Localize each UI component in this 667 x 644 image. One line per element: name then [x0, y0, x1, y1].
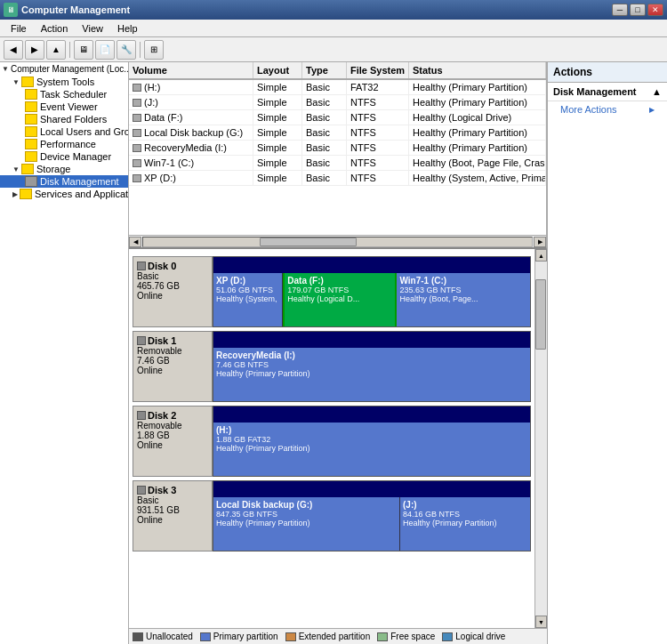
refresh-button[interactable]: 🔧: [117, 40, 136, 60]
tree-item-device-manager[interactable]: Device Manager: [0, 150, 128, 163]
tree-item-shared-folders[interactable]: Shared Folders: [0, 113, 128, 125]
cell-layout: Simple: [253, 171, 302, 185]
disk-1-parts: RecoveryMedia (I:) 7.46 GB NTFS Healthy …: [213, 348, 530, 401]
maximize-button[interactable]: □: [630, 4, 646, 16]
cell-layout: Simple: [253, 125, 302, 140]
disk-partition-j[interactable]: (J:) 84.16 GB NTFS Healthy (Primary Part…: [400, 497, 530, 551]
disk-partition-xp[interactable]: XP (D:) 51.06 GB NTFS Healthy (System,: [213, 273, 283, 326]
cell-layout: Simple: [253, 80, 302, 94]
menu-help[interactable]: Help: [110, 21, 145, 36]
vertical-scrollbar[interactable]: ▲ ▼: [534, 249, 547, 628]
disk-0-partitions: XP (D:) 51.06 GB NTFS Healthy (System, D…: [213, 256, 531, 327]
horizontal-scrollbar[interactable]: ◀ ▶: [129, 235, 546, 247]
table-row[interactable]: XP (D:) Simple Basic NTFS Healthy (Syste…: [129, 171, 546, 186]
scroll-up-arrow[interactable]: ▲: [535, 249, 547, 262]
disk-partition-data[interactable]: Data (F:) 179.07 GB NTFS Healthy (Logica…: [283, 273, 397, 326]
cell-fs: NTFS: [347, 141, 409, 155]
tree-item-disk-management[interactable]: Disk Management: [0, 175, 128, 188]
legend-unallocated-box: [133, 632, 143, 641]
table-row[interactable]: Win7-1 (C:) Simple Basic NTFS Healthy (B…: [129, 156, 546, 171]
storage-expand[interactable]: ▼: [12, 165, 20, 173]
v-scroll-thumb[interactable]: [535, 279, 546, 350]
table-row[interactable]: RecoveryMedia (I:) Simple Basic NTFS Hea…: [129, 141, 546, 156]
help-button[interactable]: ⊞: [144, 40, 164, 60]
cell-volume: Local Disk backup (G:): [129, 125, 253, 140]
toolbar-separator-2: [140, 42, 141, 58]
disk-0-bar: [213, 257, 530, 273]
cell-type: Basic: [302, 156, 347, 170]
cell-status: Healthy (Primary Partition): [409, 125, 546, 140]
properties-button[interactable]: 📄: [95, 40, 115, 60]
root-expand[interactable]: ▼: [2, 65, 9, 73]
disk-2-partitions: (H:) 1.88 GB FAT32 Healthy (Primary Part…: [213, 406, 531, 477]
col-filesystem[interactable]: File System: [347, 62, 409, 78]
performance-label: Performance: [40, 139, 96, 149]
menu-action[interactable]: Action: [34, 21, 76, 36]
tree-root[interactable]: ▼ Computer Management (Loc...: [0, 62, 128, 76]
legend-logical-box: [442, 632, 453, 641]
tree-item-task-scheduler[interactable]: Task Scheduler: [0, 88, 128, 101]
actions-disk-management-section: Disk Management ▲: [548, 83, 667, 101]
scroll-thumb[interactable]: [260, 237, 357, 246]
v-scroll-track[interactable]: [535, 262, 547, 616]
actions-more-actions[interactable]: More Actions ▶: [548, 101, 667, 117]
title-bar: 🖥 Computer Management ─ □ ✕: [0, 0, 667, 20]
disk-2-row: Disk 2 Removable 1.88 GB Online (H:): [133, 406, 531, 477]
table-row[interactable]: Local Disk backup (G:) Simple Basic NTFS…: [129, 125, 546, 141]
cell-status: Healthy (System, Active, Primary P...: [409, 171, 546, 185]
disk-partition-recovery[interactable]: RecoveryMedia (I:) 7.46 GB NTFS Healthy …: [213, 348, 530, 401]
forward-button[interactable]: ▶: [25, 40, 44, 60]
table-row[interactable]: Data (F:) Simple Basic NTFS Healthy (Log…: [129, 110, 546, 125]
scroll-right-arrow[interactable]: ▶: [534, 237, 546, 247]
legend-extended: Extended partition: [285, 632, 371, 641]
legend: Unallocated Primary partition Extended p…: [129, 628, 547, 644]
more-actions-arrow-icon: ▶: [649, 106, 655, 114]
show-hide-console-tree[interactable]: 🖥: [74, 40, 93, 60]
up-button[interactable]: ▲: [46, 40, 66, 60]
tree-item-system-tools[interactable]: ▼ System Tools: [0, 76, 128, 88]
actions-section-arrow: ▲: [652, 86, 662, 97]
disk-partition-localdisk[interactable]: Local Disk backup (G:) 847.35 GB NTFS He…: [213, 497, 400, 551]
col-status[interactable]: Status: [409, 62, 546, 78]
disk-3-row: Disk 3 Basic 931.51 GB Online Local Disk…: [133, 480, 531, 551]
disk-partition-h[interactable]: (H:) 1.88 GB FAT32 Healthy (Primary Part…: [213, 423, 530, 476]
window-controls: ─ □ ✕: [612, 4, 663, 16]
table-row[interactable]: (H:) Simple Basic FAT32 Healthy (Primary…: [129, 80, 546, 95]
cell-status: Healthy (Primary Partition): [409, 80, 546, 94]
center-panel: Volume Layout Type File System Status (H…: [129, 62, 547, 644]
minimize-button[interactable]: ─: [612, 4, 628, 16]
tree-item-performance[interactable]: Performance: [0, 138, 128, 150]
cell-volume: Win7-1 (C:): [129, 156, 253, 170]
back-button[interactable]: ◀: [4, 40, 23, 60]
close-button[interactable]: ✕: [647, 4, 663, 16]
table-row[interactable]: (J:) Simple Basic NTFS Healthy (Primary …: [129, 95, 546, 110]
tree-item-storage[interactable]: ▼ Storage: [0, 163, 128, 175]
system-tools-folder-icon: [21, 76, 34, 87]
storage-icon: [21, 164, 34, 174]
disk-3-bar: [213, 481, 530, 497]
window-title: Computer Management: [21, 4, 130, 15]
performance-icon: [25, 139, 37, 149]
disk-management-icon: [25, 176, 37, 187]
disk-management-label: Disk Management: [40, 176, 119, 187]
scroll-down-arrow[interactable]: ▼: [535, 616, 547, 628]
col-type[interactable]: Type: [302, 62, 347, 78]
system-tools-expand[interactable]: ▼: [12, 78, 20, 86]
toolbar: ◀ ▶ ▲ 🖥 📄 🔧 ⊞: [0, 37, 667, 62]
volume-icon: [133, 84, 141, 92]
tree-item-event-viewer[interactable]: Event Viewer: [0, 101, 128, 113]
legend-logical: Logical drive: [442, 632, 505, 641]
services-expand[interactable]: ▶: [12, 190, 18, 198]
col-volume[interactable]: Volume: [129, 62, 253, 78]
disk-partition-win7[interactable]: Win7-1 (C:) 235.63 GB NTFS Healthy (Boot…: [397, 273, 530, 326]
menu-file[interactable]: File: [4, 21, 34, 36]
scroll-track[interactable]: [142, 237, 533, 247]
cell-type: Basic: [302, 80, 347, 94]
tree-item-local-users[interactable]: Local Users and Groups: [0, 125, 128, 138]
scroll-left-arrow[interactable]: ◀: [129, 237, 141, 247]
menu-view[interactable]: View: [75, 21, 110, 36]
col-layout[interactable]: Layout: [253, 62, 302, 78]
tree-item-services[interactable]: ▶ Services and Applications: [0, 188, 128, 200]
disk-3-icon: [137, 486, 146, 495]
disk-1-info: Disk 1 Removable 7.46 GB Online: [133, 331, 213, 402]
